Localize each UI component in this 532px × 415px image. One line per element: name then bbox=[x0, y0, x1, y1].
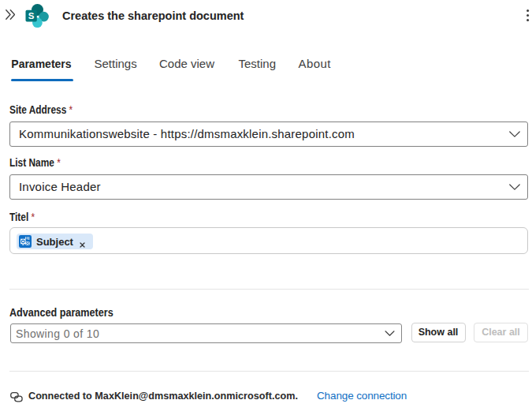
svg-text:S: S bbox=[28, 11, 35, 21]
